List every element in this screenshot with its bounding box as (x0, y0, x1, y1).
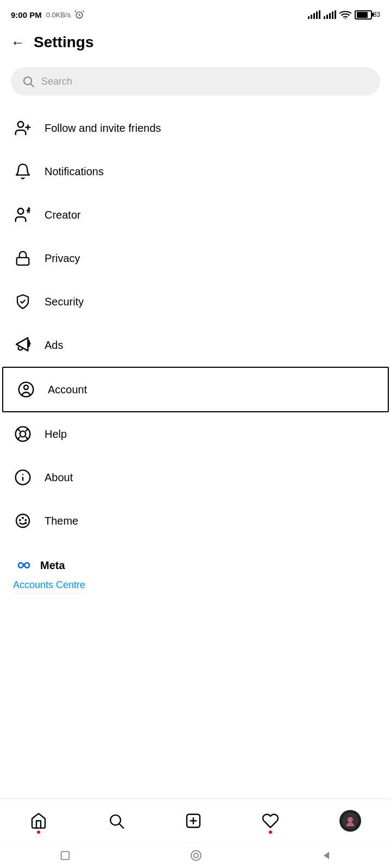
page-title: Settings (34, 34, 93, 51)
shield-check-icon (13, 292, 33, 311)
add-person-icon (13, 118, 33, 138)
menu-list: Follow and invite friends Notifications … (0, 106, 391, 548)
profile-avatar (339, 810, 361, 832)
svg-point-25 (22, 517, 24, 519)
star-person-icon (13, 205, 33, 225)
privacy-label: Privacy (45, 252, 80, 265)
svg-line-20 (18, 437, 20, 439)
notifications-label: Notifications (45, 165, 104, 178)
help-label: Help (45, 428, 67, 441)
search-icon (22, 75, 35, 88)
ads-label: Ads (45, 339, 63, 352)
menu-item-theme[interactable]: Theme (0, 499, 391, 542)
home-icon (30, 812, 47, 829)
svg-point-28 (19, 519, 21, 521)
meta-logo: Meta (13, 559, 378, 572)
svg-line-17 (18, 429, 20, 431)
activity-dot (269, 831, 272, 834)
svg-point-35 (348, 817, 353, 822)
bell-icon (13, 162, 33, 181)
menu-item-ads[interactable]: Ads (0, 323, 391, 367)
svg-point-24 (16, 514, 29, 527)
menu-item-notifications[interactable]: Notifications (0, 150, 391, 193)
meta-section: Meta Accounts Centre (0, 548, 391, 599)
nav-home[interactable] (30, 812, 47, 829)
svg-line-3 (31, 84, 34, 87)
account-label: Account (48, 384, 87, 396)
accounts-centre-link[interactable]: Accounts Centre (13, 579, 85, 593)
lock-icon (13, 248, 33, 268)
status-icons: 83 (308, 10, 380, 20)
back-button[interactable]: ← (11, 35, 25, 49)
palette-icon (13, 511, 33, 531)
svg-point-10 (28, 341, 29, 342)
svg-line-19 (26, 429, 28, 431)
svg-line-18 (26, 437, 28, 439)
battery-percent: 83 (373, 11, 380, 18)
search-bar[interactable]: Search (11, 67, 380, 95)
svg-point-12 (28, 345, 29, 347)
search-container: Search (0, 62, 391, 106)
nav-create[interactable] (185, 812, 202, 829)
menu-item-help[interactable]: Help (0, 412, 391, 456)
android-home-button[interactable] (190, 849, 203, 862)
svg-point-38 (194, 853, 198, 858)
security-label: Security (45, 296, 84, 308)
svg-point-14 (24, 385, 28, 390)
meta-infinity-icon (13, 559, 35, 572)
svg-rect-9 (17, 258, 29, 265)
svg-point-26 (24, 519, 27, 521)
svg-line-30 (119, 824, 123, 828)
theme-label: Theme (45, 515, 78, 527)
status-data-speed: 0.0KB/s (46, 11, 71, 19)
signal-icon-1 (308, 10, 320, 19)
svg-rect-36 (61, 851, 70, 859)
svg-point-7 (18, 208, 24, 214)
header: ← Settings (0, 28, 391, 62)
android-back-button[interactable] (321, 850, 332, 861)
megaphone-icon (13, 335, 33, 355)
svg-point-4 (18, 122, 24, 127)
svg-point-37 (191, 851, 201, 860)
plus-square-icon (185, 812, 202, 829)
menu-item-follow[interactable]: Follow and invite friends (0, 106, 391, 150)
svg-marker-8 (26, 207, 31, 213)
wifi-icon (339, 10, 351, 20)
search-nav-icon (108, 812, 125, 829)
svg-marker-39 (324, 852, 329, 859)
info-circle-icon (13, 468, 33, 487)
menu-item-account[interactable]: Account (2, 367, 389, 412)
signal-icon-2 (324, 10, 336, 19)
nav-activity[interactable] (262, 812, 279, 829)
lifebuoy-icon (13, 424, 33, 444)
alarm-icon (74, 9, 85, 20)
status-bar: 9:00 PM 0.0KB/s (0, 0, 391, 28)
status-time: 9:00 PM (11, 10, 42, 20)
svg-point-11 (29, 343, 30, 344)
search-placeholder: Search (41, 76, 72, 87)
svg-point-16 (20, 431, 26, 437)
battery-icon: 83 (355, 10, 380, 20)
bottom-nav (0, 799, 391, 842)
creator-label: Creator (45, 209, 81, 221)
menu-item-security[interactable]: Security (0, 280, 391, 323)
menu-item-about[interactable]: About (0, 456, 391, 499)
svg-point-1 (345, 18, 346, 19)
menu-item-creator[interactable]: Creator (0, 193, 391, 237)
menu-item-privacy[interactable]: Privacy (0, 237, 391, 280)
nav-profile[interactable] (339, 810, 361, 832)
meta-brand-name: Meta (40, 559, 65, 572)
heart-icon (262, 812, 279, 829)
about-label: About (45, 471, 73, 484)
home-dot (37, 831, 40, 834)
follow-label: Follow and invite friends (45, 122, 161, 135)
person-circle-icon (16, 380, 36, 399)
android-nav-bar (0, 842, 391, 868)
android-recents-button[interactable] (59, 850, 71, 861)
nav-search[interactable] (108, 812, 125, 829)
